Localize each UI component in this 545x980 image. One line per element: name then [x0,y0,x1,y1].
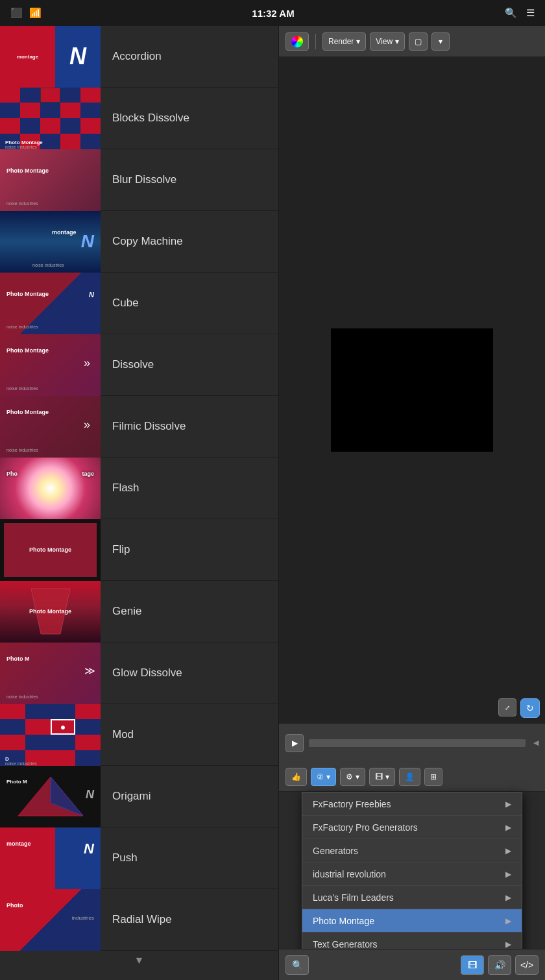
effect-label-mod: Mod [101,728,134,741]
effect-item-dissolve[interactable]: Photo Montage » noise industries Dissolv… [0,334,278,396]
settings-chevron: ▾ [356,772,359,781]
effect-item-flash[interactable]: Pho tage Flash [0,458,278,519]
timeline-track[interactable] [309,739,526,747]
play-button[interactable]: ▶ [285,734,304,752]
film-strip-button[interactable]: 🎞 [461,955,484,975]
code-icon: </> [520,960,533,970]
app-area: montage N Accordion Photo Montage noi [0,26,545,980]
effect-label-filmic-dissolve: Filmic Dissolve [101,420,186,433]
audio-button[interactable]: 🔊 [488,955,511,975]
submenu-arrow-lucas-film-leaders: ▶ [505,893,511,902]
thumb-icon: 👍 [291,772,301,781]
effect-item-accordion[interactable]: montage N Accordion [0,26,278,88]
menu-label-text-generators: Text Generators [313,939,378,949]
menu-item-generators[interactable]: Generators ▶ [302,839,522,863]
aspect-chevron: ▾ [439,37,442,46]
film-chevron: ▾ [385,772,389,781]
magnify-button[interactable]: 🔍 [285,955,309,975]
search-icon[interactable]: 🔍 [505,7,517,19]
menu-label-fxfactory-pro-generators: FxFactory Pro Generators [313,822,418,833]
effect-item-filmic-dissolve[interactable]: Photo Montage » noise industries Filmic … [0,396,278,458]
effect-label-copy-machine: Copy Machine [101,235,183,248]
effect-item-genie[interactable]: Photo Montage Genie [0,581,278,643]
view-label: View [376,37,393,46]
thumb-copy-machine: N montage noise industries [0,211,101,273]
effect-item-flip[interactable]: Photo Montage Flip [0,519,278,581]
effect-item-mod[interactable]: ● D noise industries Mod [0,704,278,766]
thumb-filmic-dissolve: Photo Montage » noise industries [0,396,101,458]
view-button[interactable]: View ▾ [370,32,405,51]
thumb-genie: Photo Montage [0,581,101,643]
audio-icon: 🔊 [494,960,505,970]
effect-label-blocks-dissolve: Blocks Dissolve [101,112,189,125]
effect-item-push[interactable]: montage N Push [0,827,278,889]
menu-item-lucas-film-leaders[interactable]: Luca's Film Leaders ▶ [302,886,522,909]
thumb-blur-dissolve: Photo Montage noise industries [0,149,101,211]
status-bar-right: 🔍 ☰ [505,7,535,19]
menu-label-photo-montage: Photo Montage [313,916,374,926]
film-button[interactable]: 🎞 ▾ [369,768,395,786]
thumb-mod: ● D noise industries [0,704,101,766]
effect-item-glow-dissolve[interactable]: Photo M ≫ noise industries Glow Dissolve [0,643,278,704]
status-bar-left: ⬛ 📶 [10,7,42,19]
refresh-button[interactable]: ↻ [520,698,540,718]
number-badge[interactable]: ② ▾ [311,768,336,786]
effect-item-origami[interactable]: Photo M N Origami [0,766,278,827]
menu-item-fxfactory-pro-generators[interactable]: FxFactory Pro Generators ▶ [302,816,522,839]
menu-icon[interactable]: ☰ [526,7,535,19]
aspect-button[interactable]: ▢ [409,32,428,51]
color-dot [291,36,303,47]
film-strip-icon: 🎞 [468,960,477,970]
render-button[interactable]: Render ▾ [322,32,366,51]
menu-item-fxfactory-freebies[interactable]: FxFactory Freebies ▶ [302,792,522,816]
fit-button[interactable]: ⤢ [498,698,516,717]
effect-item-cube[interactable]: Photo Montage N noise industries Cube [0,273,278,334]
gear-icon: ⚙ [346,772,353,781]
aspect-icon: ▢ [415,37,422,46]
badge-chevron: ▾ [326,772,330,781]
effect-label-blur-dissolve: Blur Dissolve [101,173,176,186]
fit-icon: ⤢ [505,704,510,711]
bottom-ctrl-left: 🔍 [285,955,309,975]
wifi-icon: 📶 [29,7,42,19]
n-logo: N [69,43,86,70]
bottom-toolbar: 👍 ② ▾ ⚙ ▾ 🎞 ▾ 👤 ⊞ [279,762,545,792]
thumb-push: montage N [0,827,101,889]
effect-label-push: Push [101,851,138,864]
thumb-radial-wipe: Photo industries [0,889,101,951]
code-button[interactable]: </> [515,955,539,975]
menu-label-lucas-film-leaders: Luca's Film Leaders [313,892,394,903]
effect-label-accordion: Accordion [101,50,162,63]
submenu-arrow-text-generators: ▶ [505,940,511,949]
menu-item-idustrial-revolution[interactable]: idustrial revolution ▶ [302,863,522,886]
right-panel: Render ▾ View ▾ ▢ ▾ ⤢ ↻ [279,26,545,980]
preview-area: ⤢ ↻ [279,57,545,723]
submenu-arrow-fxfactory-pro-generators: ▶ [505,823,511,832]
thumb-view-button[interactable]: 👍 [285,768,307,786]
toolbar-separator [315,34,316,49]
effect-item-blur-dissolve[interactable]: Photo Montage noise industries Blur Diss… [0,149,278,211]
effect-label-glow-dissolve: Glow Dissolve [101,667,182,680]
thumb-accordion: montage N [0,26,101,88]
thumb-blocks-dissolve: Photo Montage noise industries [0,88,101,149]
preview-canvas [331,328,493,452]
settings-button[interactable]: ⚙ ▾ [340,768,365,786]
effect-item-radial-wipe[interactable]: Photo industries Radial Wipe [0,889,278,951]
render-chevron: ▾ [356,37,360,46]
submenu-arrow-generators: ▶ [505,846,511,855]
effect-label-radial-wipe: Radial Wipe [101,913,172,926]
menu-item-photo-montage[interactable]: Photo Montage ▶ [302,909,522,933]
thumb-glow-dissolve: Photo M ≫ noise industries [0,643,101,704]
effect-item-copy-machine[interactable]: N montage noise industries Copy Machine [0,211,278,273]
submenu-arrow-fxfactory-freebies: ▶ [505,800,511,809]
film-icon: 🎞 [375,772,383,781]
bottom-controls: 🔍 🎞 🔊 </> [279,949,545,980]
person-button[interactable]: 👤 [399,768,420,786]
effect-label-origami: Origami [101,790,151,803]
battery-icon: ⬛ [10,7,23,19]
effect-item-blocks-dissolve[interactable]: Photo Montage noise industries Blocks Di… [0,88,278,149]
menu-label-generators: Generators [313,846,358,856]
apps-button[interactable]: ⊞ [424,768,442,786]
color-wheel-button[interactable] [285,32,309,51]
aspect-dropdown[interactable]: ▾ [431,32,450,51]
